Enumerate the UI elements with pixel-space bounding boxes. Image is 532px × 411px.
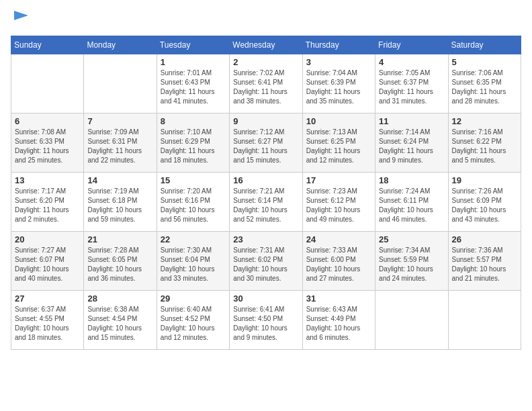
day-info: Sunrise: 7:26 AM Sunset: 6:09 PM Dayligh… [452, 187, 517, 224]
calendar-week-row: 1 Sunrise: 7:01 AM Sunset: 6:43 PM Dayli… [11, 54, 521, 113]
day-info: Sunrise: 6:43 AM Sunset: 4:49 PM Dayligh… [306, 305, 371, 342]
day-info: Sunrise: 7:09 AM Sunset: 6:31 PM Dayligh… [87, 128, 152, 165]
day-info: Sunrise: 6:37 AM Sunset: 4:55 PM Dayligh… [15, 305, 80, 342]
day-number: 21 [87, 234, 152, 244]
calendar-cell: 6 Sunrise: 7:08 AM Sunset: 6:33 PM Dayli… [11, 113, 84, 172]
day-header-friday: Friday [375, 36, 448, 54]
calendar-cell: 7 Sunrise: 7:09 AM Sunset: 6:31 PM Dayli… [84, 113, 157, 172]
calendar-cell: 29 Sunrise: 6:40 AM Sunset: 4:52 PM Dayl… [157, 290, 229, 349]
day-info: Sunrise: 7:10 AM Sunset: 6:29 PM Dayligh… [161, 128, 226, 165]
day-number: 24 [306, 234, 371, 244]
day-info: Sunrise: 7:02 AM Sunset: 6:41 PM Dayligh… [233, 68, 298, 106]
day-number: 12 [452, 116, 517, 126]
calendar-cell: 2 Sunrise: 7:02 AM Sunset: 6:41 PM Dayli… [230, 54, 302, 113]
day-number: 29 [161, 293, 226, 304]
calendar-cell: 21 Sunrise: 7:28 AM Sunset: 6:05 PM Dayl… [84, 231, 157, 290]
calendar-cell: 10 Sunrise: 7:13 AM Sunset: 6:25 PM Dayl… [302, 113, 375, 172]
day-number: 8 [161, 116, 226, 126]
day-info: Sunrise: 7:17 AM Sunset: 6:20 PM Dayligh… [15, 187, 80, 224]
calendar-cell: 14 Sunrise: 7:19 AM Sunset: 6:18 PM Dayl… [84, 172, 157, 231]
day-info: Sunrise: 7:34 AM Sunset: 5:59 PM Dayligh… [379, 246, 444, 283]
day-info: Sunrise: 7:16 AM Sunset: 6:22 PM Dayligh… [452, 128, 517, 165]
day-number: 4 [379, 57, 444, 67]
day-info: Sunrise: 7:36 AM Sunset: 5:57 PM Dayligh… [452, 246, 517, 283]
day-number: 25 [379, 234, 444, 244]
day-header-tuesday: Tuesday [157, 36, 229, 54]
calendar-week-row: 27 Sunrise: 6:37 AM Sunset: 4:55 PM Dayl… [11, 290, 521, 349]
day-info: Sunrise: 7:05 AM Sunset: 6:37 PM Dayligh… [379, 68, 444, 106]
calendar-cell [11, 54, 84, 113]
day-header-sunday: Sunday [11, 36, 84, 54]
calendar-cell: 26 Sunrise: 7:36 AM Sunset: 5:57 PM Dayl… [448, 231, 521, 290]
day-info: Sunrise: 6:38 AM Sunset: 4:54 PM Dayligh… [87, 305, 152, 342]
day-number: 14 [87, 175, 152, 185]
day-number: 11 [379, 116, 444, 126]
day-info: Sunrise: 7:12 AM Sunset: 6:27 PM Dayligh… [233, 128, 298, 165]
day-info: Sunrise: 7:33 AM Sunset: 6:00 PM Dayligh… [306, 246, 371, 283]
day-number: 3 [306, 57, 371, 67]
day-number: 5 [452, 57, 517, 67]
calendar-cell: 12 Sunrise: 7:16 AM Sunset: 6:22 PM Dayl… [448, 113, 521, 172]
calendar-cell [84, 54, 157, 113]
calendar-cell: 15 Sunrise: 7:20 AM Sunset: 6:16 PM Dayl… [157, 172, 229, 231]
day-number: 18 [379, 175, 444, 185]
calendar-week-row: 6 Sunrise: 7:08 AM Sunset: 6:33 PM Dayli… [11, 113, 521, 172]
calendar-cell: 8 Sunrise: 7:10 AM Sunset: 6:29 PM Dayli… [157, 113, 229, 172]
day-number: 17 [306, 175, 371, 185]
calendar-week-row: 20 Sunrise: 7:27 AM Sunset: 6:07 PM Dayl… [11, 231, 521, 290]
day-info: Sunrise: 7:28 AM Sunset: 6:05 PM Dayligh… [87, 246, 152, 283]
day-number: 9 [233, 116, 298, 126]
day-number: 22 [161, 234, 226, 244]
day-info: Sunrise: 7:24 AM Sunset: 6:11 PM Dayligh… [379, 187, 444, 224]
day-info: Sunrise: 7:06 AM Sunset: 6:35 PM Dayligh… [452, 68, 517, 106]
calendar-header-row: SundayMondayTuesdayWednesdayThursdayFrid… [11, 36, 521, 54]
calendar-cell: 19 Sunrise: 7:26 AM Sunset: 6:09 PM Dayl… [448, 172, 521, 231]
day-info: Sunrise: 7:23 AM Sunset: 6:12 PM Dayligh… [306, 187, 371, 224]
day-number: 15 [161, 175, 226, 185]
day-number: 30 [233, 293, 298, 304]
day-info: Sunrise: 7:13 AM Sunset: 6:25 PM Dayligh… [306, 128, 371, 165]
calendar-cell: 25 Sunrise: 7:34 AM Sunset: 5:59 PM Dayl… [375, 231, 448, 290]
calendar-cell [375, 290, 448, 349]
day-number: 26 [452, 234, 517, 244]
calendar-cell: 4 Sunrise: 7:05 AM Sunset: 6:37 PM Dayli… [375, 54, 448, 113]
logo-flag-icon [12, 11, 28, 24]
day-header-thursday: Thursday [302, 36, 375, 54]
day-info: Sunrise: 7:31 AM Sunset: 6:02 PM Dayligh… [233, 246, 298, 283]
day-info: Sunrise: 6:40 AM Sunset: 4:52 PM Dayligh… [161, 305, 226, 342]
calendar-cell: 13 Sunrise: 7:17 AM Sunset: 6:20 PM Dayl… [11, 172, 84, 231]
calendar-cell: 16 Sunrise: 7:21 AM Sunset: 6:14 PM Dayl… [230, 172, 302, 231]
calendar-cell: 31 Sunrise: 6:43 AM Sunset: 4:49 PM Dayl… [302, 290, 375, 349]
calendar-cell: 22 Sunrise: 7:30 AM Sunset: 6:04 PM Dayl… [157, 231, 229, 290]
calendar-cell: 3 Sunrise: 7:04 AM Sunset: 6:39 PM Dayli… [302, 54, 375, 113]
calendar-table: SundayMondayTuesdayWednesdayThursdayFrid… [11, 36, 521, 350]
day-info: Sunrise: 7:27 AM Sunset: 6:07 PM Dayligh… [15, 246, 80, 283]
day-number: 31 [306, 293, 371, 304]
day-number: 2 [233, 57, 298, 67]
calendar-cell [448, 290, 521, 349]
calendar-cell: 27 Sunrise: 6:37 AM Sunset: 4:55 PM Dayl… [11, 290, 84, 349]
calendar-cell: 24 Sunrise: 7:33 AM Sunset: 6:00 PM Dayl… [302, 231, 375, 290]
day-info: Sunrise: 7:14 AM Sunset: 6:24 PM Dayligh… [379, 128, 444, 165]
day-info: Sunrise: 6:41 AM Sunset: 4:50 PM Dayligh… [233, 305, 298, 342]
day-number: 10 [306, 116, 371, 126]
day-info: Sunrise: 7:20 AM Sunset: 6:16 PM Dayligh… [161, 187, 226, 224]
calendar-cell: 18 Sunrise: 7:24 AM Sunset: 6:11 PM Dayl… [375, 172, 448, 231]
day-number: 13 [15, 175, 80, 185]
day-number: 27 [15, 293, 80, 304]
day-number: 28 [87, 293, 152, 304]
day-info: Sunrise: 7:21 AM Sunset: 6:14 PM Dayligh… [233, 187, 298, 224]
day-number: 16 [233, 175, 298, 185]
day-info: Sunrise: 7:30 AM Sunset: 6:04 PM Dayligh… [161, 246, 226, 283]
day-header-monday: Monday [84, 36, 157, 54]
day-number: 6 [15, 116, 80, 126]
logo [11, 11, 28, 28]
day-header-saturday: Saturday [448, 36, 521, 54]
header [11, 11, 521, 28]
calendar-cell: 28 Sunrise: 6:38 AM Sunset: 4:54 PM Dayl… [84, 290, 157, 349]
day-number: 20 [15, 234, 80, 244]
calendar-cell: 20 Sunrise: 7:27 AM Sunset: 6:07 PM Dayl… [11, 231, 84, 290]
day-number: 19 [452, 175, 517, 185]
day-info: Sunrise: 7:01 AM Sunset: 6:43 PM Dayligh… [161, 68, 226, 106]
calendar-cell: 23 Sunrise: 7:31 AM Sunset: 6:02 PM Dayl… [230, 231, 302, 290]
